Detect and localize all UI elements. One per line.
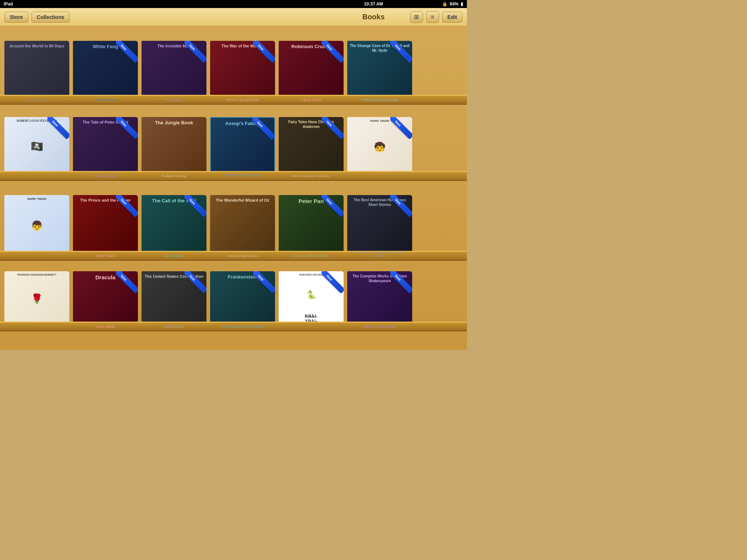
new-ribbon <box>390 271 412 293</box>
book-robinson-crusoe[interactable]: Robinson Crusoe Daniel Defoe <box>279 41 344 105</box>
nav-left: Store Collections <box>4 12 70 23</box>
book-author: William Shakespeare <box>349 324 410 328</box>
new-ribbon <box>322 195 344 217</box>
battery-label: 84% <box>450 1 458 7</box>
book-wizard-oz[interactable]: The Wonderful Wizard of Oz Lyman Frank B… <box>210 195 275 261</box>
book-white-fang[interactable]: White Fang Jack London <box>73 41 138 105</box>
book-prince-pauper[interactable]: The Prince and the Pauper Mark Twain <box>73 195 138 261</box>
bookshelf: Around the World in 80 Days Jules Verne … <box>0 26 467 350</box>
book-author: Herbert George Wells <box>212 98 273 102</box>
new-ribbon <box>253 271 275 293</box>
book-call-wild[interactable]: The Call of the Wild Jack London <box>142 195 206 261</box>
book-author: Jules Verne <box>7 98 67 102</box>
new-ribbon <box>322 117 344 139</box>
new-ribbon <box>390 41 412 63</box>
collections-button[interactable]: Collections <box>31 12 70 23</box>
book-frankenstein[interactable]: Frankenstein Mary Wollstonecraft Shelley <box>210 271 275 331</box>
book-author: Jack London <box>75 98 136 102</box>
book-tom-sawyer[interactable]: MARK TWAIN 👦 THE ADVENTURES OFTOM SAWYER <box>4 195 69 261</box>
status-bar: iPad 10:37 AM 🔒 84% ▮ <box>0 0 467 8</box>
book-constitution[interactable]: The United States Constitution United St… <box>142 271 206 331</box>
book-author: Rudyard Kipling <box>144 174 204 178</box>
book-author: Mark Twain <box>75 254 136 258</box>
book-around-world[interactable]: Around the World in 80 Days Jules Verne <box>4 41 69 105</box>
new-ribbon <box>185 41 206 63</box>
book-author: United States <box>144 324 204 328</box>
book-dracula[interactable]: Dracula Bram Stoker <box>73 271 138 331</box>
grid-view-button[interactable]: ⊞ <box>410 11 423 23</box>
clock: 10:37 AM <box>364 1 383 7</box>
book-jungle-book[interactable]: The Jungle Book Rudyard Kipling <box>142 117 206 181</box>
device-label: iPad <box>4 1 13 7</box>
new-ribbon <box>185 195 206 217</box>
book-aesop-fables[interactable]: Aesop's Fables 620 BC-563 BC Aesop <box>210 117 275 181</box>
nav-right: ⊞ ≡ Edit <box>410 11 462 23</box>
new-ribbon <box>116 271 138 293</box>
new-ribbon <box>390 195 412 217</box>
store-button[interactable]: Store <box>4 12 28 23</box>
book-war-worlds[interactable]: The War of the Worlds Herbert George Wel… <box>210 41 275 105</box>
lock-icon: 🔒 <box>442 1 448 7</box>
nav-bar: Store Collections Books ⊞ ≡ Edit <box>0 8 467 26</box>
new-ribbon <box>47 117 69 139</box>
book-treasure-island[interactable]: ROBERT LOUIS STEVENSON 🏴‍☠️ TREASUREISLA… <box>4 117 69 181</box>
book-title: Around the World in 80 Days <box>7 44 67 49</box>
book-invisible-man[interactable]: The Invisible Man H.G. Wells <box>142 41 206 105</box>
book-rikki-tikki[interactable]: RUDYARD KIPLING 🐍 Rikki-Tikki-Tavi <box>279 271 344 331</box>
book-jekyll-hyde[interactable]: The Strange Case of Dr. Jekyll and Mr. H… <box>347 41 412 105</box>
book-author: H.G. Wells <box>144 98 204 102</box>
book-author: Bram Stoker <box>75 324 136 328</box>
new-ribbon <box>116 195 138 217</box>
shelf-row-1: Around the World in 80 Days Jules Verne … <box>0 26 467 105</box>
new-ribbon <box>252 118 274 140</box>
book-humorous-stories[interactable]: The Best American Humorous Short Stories… <box>347 195 412 261</box>
book-author: Beatrix Potter <box>75 174 136 178</box>
book-author: 620 BC-563 BC Aesop <box>213 173 272 177</box>
book-author: Mary Wollstonecraft Shelley <box>212 324 273 328</box>
book-author: Mark Twain, O. Henry, Caroline Matilda K… <box>349 251 410 258</box>
edit-button[interactable]: Edit <box>442 12 462 23</box>
shelf-row-2: ROBERT LOUIS STEVENSON 🏴‍☠️ TREASUREISLA… <box>0 106 467 181</box>
new-ribbon <box>253 41 275 63</box>
book-shakespeare[interactable]: The Complete Works of William Shakespear… <box>347 271 412 331</box>
book-author: Daniel Defoe <box>281 98 341 102</box>
book-peter-rabbit[interactable]: The Tale of Peter Rabbit Beatrix Potter <box>73 117 138 181</box>
new-ribbon <box>116 117 138 139</box>
book-author: Robert Louis Stevenson <box>349 98 410 102</box>
new-ribbon <box>185 271 206 293</box>
book-peter-pan[interactable]: Peter Pan James Matthew Barrie <box>279 195 344 261</box>
menu-button[interactable]: ≡ <box>426 11 439 23</box>
book-fairy-tales[interactable]: Fairy Tales Hans Christian Andersen Hans… <box>279 117 344 181</box>
new-ribbon <box>116 41 138 63</box>
book-author: Hans Christian Andersen <box>281 174 341 178</box>
book-title: The Wonderful Wizard of Oz <box>212 198 273 203</box>
new-ribbon <box>322 41 344 63</box>
book-secret-garden[interactable]: FRANCES HODGSON BURNETT 🌹 THE SECRETGARD… <box>4 271 69 331</box>
book-author: Lyman Frank Baum <box>212 254 273 258</box>
new-ribbon <box>322 271 344 293</box>
book-title: The Jungle Book <box>144 120 204 126</box>
shelf-row-4: FRANCES HODGSON BURNETT 🌹 THE SECRETGARD… <box>0 262 467 331</box>
new-ribbon <box>390 117 412 139</box>
book-huck-finn[interactable]: MARK TWAIN 🧒 ADVENTURES OFHUCKLEBERRY FI… <box>347 117 412 181</box>
nav-title: Books <box>362 13 384 21</box>
book-author: Jack London <box>144 254 204 258</box>
book-author: James Matthew Barrie <box>281 254 341 258</box>
battery-icon: ▮ <box>461 1 463 7</box>
shelf-row-3: MARK TWAIN 👦 THE ADVENTURES OFTOM SAWYER… <box>0 182 467 261</box>
status-icons: 🔒 84% ▮ <box>442 1 463 7</box>
